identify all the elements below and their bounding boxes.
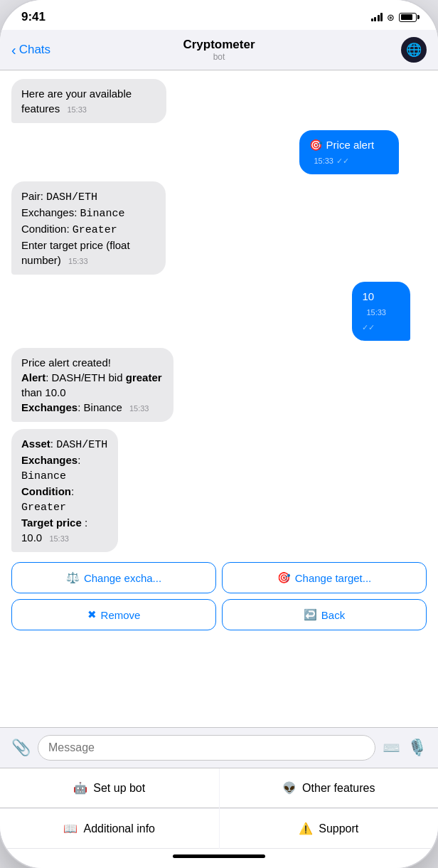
tick-4: ✓✓ <box>362 323 375 332</box>
setup-bot-icon: 🤖 <box>73 781 87 795</box>
message-row-5: Price alert created! Alert: DASH/ETH bid… <box>11 348 219 422</box>
additional-info-button[interactable]: 📖 Additional info <box>0 809 219 849</box>
bubble-line-6-1: Asset: DASH/ETH <box>21 436 108 452</box>
status-time: 9:41 <box>21 10 46 24</box>
bubble-line-6-4: Target price : 10.0 15:33 <box>21 515 108 545</box>
status-icons: ⊛ <box>371 12 417 23</box>
inline-buttons: ⚖️ Change excha... 🎯 Change target... ✖ … <box>11 562 427 630</box>
bubble-sent-4: 10 15:33 ✓✓ <box>352 282 410 341</box>
additional-info-label: Additional info <box>83 822 155 835</box>
bubble-received-1: Here are your available features 15:33 <box>11 79 166 123</box>
bubble-line-3-4: Enter target price (float number) 15:33 <box>21 238 156 268</box>
chevron-left-icon: ‹ <box>11 43 16 57</box>
bubble-time-6: 15:33 <box>49 534 69 543</box>
remove-icon: ✖ <box>87 608 97 621</box>
bubble-received-6: Asset: DASH/ETH Exchanges: Binance Condi… <box>11 429 118 552</box>
bubble-time-1: 15:33 <box>67 105 87 114</box>
nav-title: Cryptometer <box>115 38 323 52</box>
bubble-line-5-1: Price alert created! <box>21 355 164 370</box>
phone-frame: 9:41 ⊛ ‹ Chats Cryptometer bot 🌐 <box>0 0 438 868</box>
nav-title-block: Cryptometer bot <box>115 38 323 62</box>
back-label-inline: Back <box>321 609 345 621</box>
message-row-3: Pair: DASH/ETH Exchanges: Binance Condit… <box>11 181 209 275</box>
other-features-button[interactable]: 👽 Other features <box>220 768 439 808</box>
back-label: Chats <box>19 43 50 57</box>
message-row-4: 10 15:33 ✓✓ <box>352 282 427 341</box>
message-input[interactable] <box>38 735 375 761</box>
signal-icon <box>371 13 383 21</box>
additional-info-icon: 📖 <box>63 822 78 835</box>
quick-replies: 🤖 Set up bot 👽 Other features 📖 Addition… <box>0 768 438 849</box>
nav-subtitle: bot <box>115 52 323 62</box>
battery-fill <box>401 14 412 20</box>
inline-btn-row-1: ⚖️ Change excha... 🎯 Change target... <box>11 562 427 593</box>
bubble-line-3-1: Pair: DASH/ETH <box>21 189 156 205</box>
bubble-time-4: 15:33 <box>366 308 386 317</box>
nav-avatar-area[interactable]: 🌐 <box>323 37 427 63</box>
chat-area: Here are your available features 15:33 🎯… <box>0 70 438 727</box>
wifi-icon: ⊛ <box>387 12 395 23</box>
nav-bar: ‹ Chats Cryptometer bot 🌐 <box>0 30 438 70</box>
bubble-line-6-3: Condition: Greater <box>21 484 108 515</box>
support-button[interactable]: ⚠️ Support <box>220 809 439 849</box>
bubble-received-3: Pair: DASH/ETH Exchanges: Binance Condit… <box>11 181 166 275</box>
change-target-label: Change target... <box>295 572 372 584</box>
message-row-1: Here are your available features 15:33 <box>11 79 210 123</box>
notch <box>166 0 272 21</box>
bubble-line-6-2: Exchanges: Binance <box>21 452 108 484</box>
bubble-time-3: 15:33 <box>68 257 88 265</box>
bubble-line-5-2: Alert: DASH/ETH bid greater than 10.0 <box>21 370 164 400</box>
bubble-text-4: 10 <box>362 290 374 302</box>
bubble-line-5-3: Exchanges: Binance 15:33 <box>21 400 164 415</box>
other-features-icon: 👽 <box>282 781 297 795</box>
tick-2: ✓✓ <box>336 157 349 165</box>
remove-label: Remove <box>101 609 141 621</box>
bubble-time-5: 15:33 <box>129 404 149 413</box>
bubble-received-5: Price alert created! Alert: DASH/ETH bid… <box>11 348 173 422</box>
bubble-line-3-3: Condition: Greater <box>21 221 156 238</box>
mic-icon[interactable]: 🎙️ <box>407 739 427 757</box>
inline-btn-row-2: ✖ Remove ↩️ Back <box>11 599 427 630</box>
remove-button[interactable]: ✖ Remove <box>11 599 216 630</box>
avatar-letter: 🌐 <box>406 42 422 58</box>
keyboard-icon[interactable]: ⌨️ <box>383 739 400 756</box>
bubble-line-3-2: Exchanges: Binance <box>21 205 156 221</box>
other-features-label: Other features <box>302 782 375 795</box>
avatar: 🌐 <box>401 37 427 63</box>
battery-icon <box>399 13 417 22</box>
change-exchange-icon: ⚖️ <box>66 571 80 584</box>
bubble-icon-2: 🎯 <box>309 139 323 151</box>
setup-bot-button[interactable]: 🤖 Set up bot <box>0 768 219 808</box>
message-input-area: 📎 ⌨️ 🎙️ <box>0 727 438 768</box>
home-indicator <box>0 849 438 868</box>
home-bar <box>173 854 265 858</box>
message-row-2: 🎯 Price alert 15:33 ✓✓ <box>299 130 427 174</box>
change-target-button[interactable]: 🎯 Change target... <box>222 562 427 593</box>
message-row-6: Asset: DASH/ETH Exchanges: Binance Condi… <box>11 429 148 552</box>
change-exchange-label: Change excha... <box>84 572 161 584</box>
setup-bot-label: Set up bot <box>93 782 145 795</box>
bubble-time-2: 15:33 <box>314 157 333 165</box>
bubble-text-2: Price alert <box>326 139 375 151</box>
change-target-icon: 🎯 <box>277 571 291 584</box>
back-icon: ↩️ <box>304 608 317 621</box>
back-button-inline[interactable]: ↩️ Back <box>222 599 427 630</box>
change-exchange-button[interactable]: ⚖️ Change excha... <box>11 562 216 593</box>
attach-icon[interactable]: 📎 <box>11 739 31 757</box>
support-label: Support <box>319 822 358 835</box>
back-button[interactable]: ‹ Chats <box>11 43 115 57</box>
bubble-sent-2: 🎯 Price alert 15:33 ✓✓ <box>299 130 398 174</box>
support-icon: ⚠️ <box>299 822 313 835</box>
